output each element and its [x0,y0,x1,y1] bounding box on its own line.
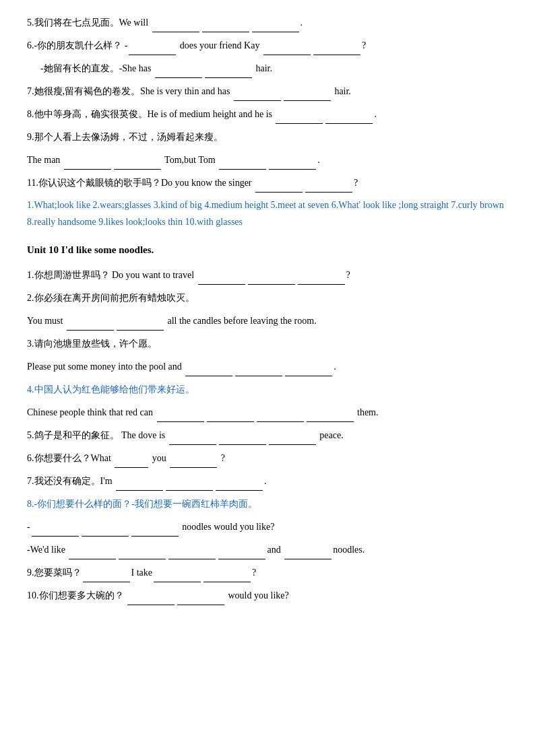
u10-item-4-zh: 4.中国人认为红色能够给他们带来好运。 [27,380,508,399]
u10-item-3-zh: 3.请向池塘里放些钱，许个愿。 [27,335,508,353]
item-6a: 6.-你的朋友凯什么样？ - does your friend Kay ? [27,36,508,55]
item-9-en: The man Tom,but Tom . [27,151,508,170]
u10-item-8a: - noodles would you like? [27,518,508,537]
item-8: 8.他中等身高，确实很英俊。He is of medium height and… [27,105,508,124]
worksheet-content: 5.我们将在七点见面。We will . 6.-你的朋友凯什么样？ - does… [27,13,508,605]
unit10-title: Unit 10 I'd like some noodles. [27,241,508,259]
u10-item-9: 9.您要菜吗？I take? [27,563,508,582]
item-7: 7.她很瘦,留有褐色的卷发。She is very thin and has h… [27,82,508,101]
u10-item-7: 7.我还没有确定。I'm . [27,472,508,491]
u10-item-10: 10.你们想要多大碗的？ would you like? [27,586,508,605]
u10-item-4-en: Chinese people think that red can them. [27,403,508,422]
item-11: 11.你认识这个戴眼镜的歌手吗？Do you know the singer ? [27,174,508,193]
u10-item-8-zh: 8.-你们想要什么样的面？-我们想要一碗西红柿羊肉面。 [27,495,508,514]
u10-item-5: 5.鸽子是和平的象征。 The dove is peace. [27,426,508,445]
u10-item-1: 1.你想周游世界吗？ Do you want to travel ? [27,266,508,285]
u10-item-8b: -We'd like and noodles. [27,541,508,559]
item-9-zh: 9.那个人看上去像汤姆，不过，汤姆看起来瘦。 [27,128,508,147]
u10-item-2-en: You must all the candles before leaving … [27,312,508,331]
u10-item-3-en: Please put some money into the pool and … [27,357,508,376]
u10-item-6: 6.你想要什么？What you ? [27,449,508,468]
u10-item-2-zh: 2.你必须在离开房间前把所有蜡烛吹灭。 [27,289,508,308]
item-6b: -她留有长的直发。-She has hair. [40,59,508,78]
unit9-answers: 1.What;look like 2.wears;glasses 3.kind … [27,197,508,230]
item-5: 5.我们将在七点见面。We will . [27,13,508,32]
